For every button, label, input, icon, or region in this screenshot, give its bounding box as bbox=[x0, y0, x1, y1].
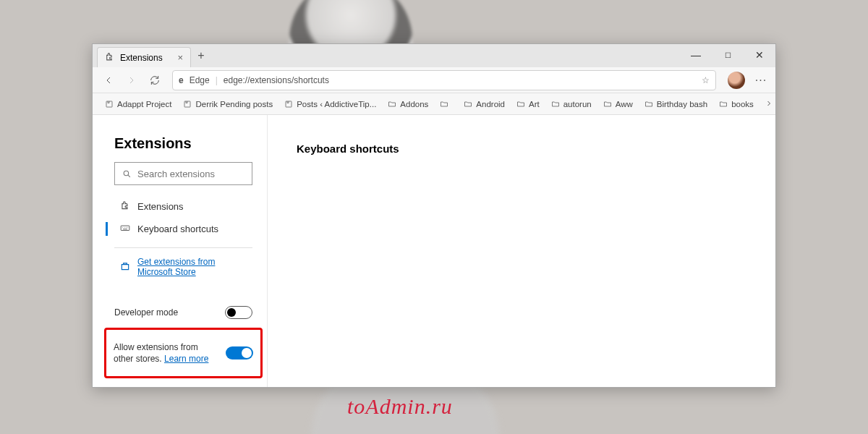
watermark: toAdmin.ru bbox=[347, 394, 453, 419]
separator: | bbox=[216, 75, 218, 85]
refresh-button[interactable] bbox=[145, 70, 165, 90]
browser-tab[interactable]: Extensions × bbox=[97, 47, 191, 67]
nav-label: Extensions bbox=[137, 201, 184, 212]
bookmark-folder[interactable] bbox=[435, 97, 457, 111]
back-button[interactable] bbox=[98, 70, 119, 90]
new-tab-button[interactable]: + bbox=[191, 44, 211, 67]
edge-icon: e bbox=[179, 75, 184, 85]
extensions-icon bbox=[105, 52, 114, 64]
scheme-label: Edge bbox=[190, 75, 210, 85]
bookmark-folder[interactable]: Addons bbox=[383, 97, 433, 111]
get-extensions-link[interactable]: Get extensions from Microsoft Store bbox=[137, 257, 250, 277]
bookmark-folder[interactable]: autorun bbox=[546, 97, 597, 111]
sidebar-heading: Extensions bbox=[114, 135, 252, 152]
extensions-sidebar: Extensions Search extensions Extensions … bbox=[93, 115, 268, 387]
bookmark-item[interactable]: Adappt Project bbox=[100, 97, 176, 111]
browser-window: Extensions × + — ☐ ✕ e Edge | edge://ext… bbox=[92, 43, 776, 388]
bookmark-folder[interactable]: Aww bbox=[598, 97, 638, 111]
maximize-button[interactable]: ☐ bbox=[712, 44, 744, 66]
extensions-icon bbox=[120, 200, 130, 213]
learn-more-link[interactable]: Learn more bbox=[164, 354, 208, 364]
nav-item-keyboard-shortcuts[interactable]: Keyboard shortcuts bbox=[114, 218, 252, 240]
svg-rect-4 bbox=[121, 226, 129, 230]
search-placeholder: Search extensions bbox=[137, 169, 215, 179]
address-bar[interactable]: e Edge | edge://extensions/shortcuts ☆ bbox=[172, 70, 716, 90]
developer-mode-row: Developer mode bbox=[114, 299, 252, 326]
bookmarks-bar: Adappt Project Derrik Pending posts Post… bbox=[93, 93, 775, 115]
bookmark-item[interactable]: Derrik Pending posts bbox=[178, 97, 278, 111]
bookmark-item[interactable]: Posts ‹ AddictiveTip... bbox=[279, 97, 381, 111]
developer-mode-label: Developer mode bbox=[114, 307, 218, 318]
url-text: edge://extensions/shortcuts bbox=[224, 75, 329, 85]
tab-title: Extensions bbox=[120, 53, 163, 63]
nav-label: Keyboard shortcuts bbox=[137, 224, 218, 234]
developer-mode-toggle[interactable] bbox=[225, 306, 252, 319]
close-window-button[interactable]: ✕ bbox=[744, 44, 775, 66]
bookmark-folder[interactable]: Birthday bash bbox=[639, 97, 712, 111]
bookmark-folder[interactable]: books bbox=[714, 97, 759, 111]
allow-other-stores-label: Allow extensions from other stores. Lear… bbox=[114, 341, 218, 365]
sidebar-nav: Extensions Keyboard shortcuts bbox=[114, 195, 252, 248]
nav-item-extensions[interactable]: Extensions bbox=[114, 195, 252, 218]
toolbar: e Edge | edge://extensions/shortcuts ☆ ·… bbox=[93, 67, 775, 93]
page-content: Extensions Search extensions Extensions … bbox=[93, 115, 775, 387]
forward-button[interactable] bbox=[122, 70, 142, 90]
allow-other-stores-row: Allow extensions from other stores. Lear… bbox=[114, 334, 253, 372]
store-link-row: Get extensions from Microsoft Store bbox=[114, 248, 252, 282]
highlight-annotation: Allow extensions from other stores. Lear… bbox=[104, 328, 263, 378]
bookmark-folder[interactable]: Android bbox=[459, 97, 510, 111]
bookmarks-overflow-button[interactable] bbox=[760, 96, 775, 112]
close-tab-button[interactable]: × bbox=[177, 52, 183, 63]
keyboard-icon bbox=[120, 223, 130, 235]
titlebar: Extensions × + — ☐ ✕ bbox=[93, 44, 775, 67]
page-heading: Keyboard shortcuts bbox=[297, 142, 746, 155]
main-panel: Keyboard shortcuts bbox=[268, 115, 775, 387]
search-extensions-input[interactable]: Search extensions bbox=[114, 162, 252, 185]
minimize-button[interactable]: — bbox=[680, 44, 712, 66]
favorite-star-icon[interactable]: ☆ bbox=[702, 75, 710, 85]
allow-other-stores-toggle[interactable] bbox=[226, 346, 253, 359]
window-controls: — ☐ ✕ bbox=[680, 44, 775, 66]
profile-avatar[interactable] bbox=[728, 72, 745, 89]
store-icon bbox=[120, 261, 130, 273]
more-menu-button[interactable]: ··· bbox=[752, 74, 770, 87]
bookmark-folder[interactable]: Art bbox=[511, 97, 545, 111]
svg-point-3 bbox=[124, 171, 129, 176]
